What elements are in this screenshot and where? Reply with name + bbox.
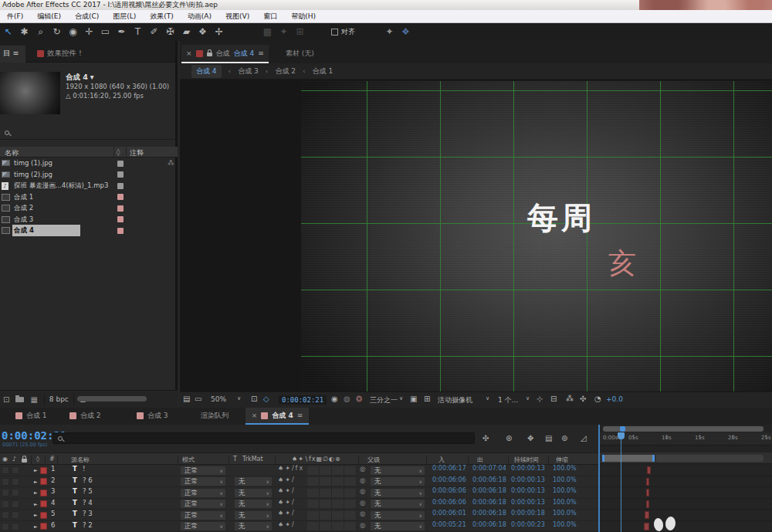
menu-effect[interactable]: 效果(T) bbox=[143, 10, 181, 23]
layer-label-swatch[interactable] bbox=[40, 523, 47, 530]
blend-mode-select[interactable]: 正常∨ bbox=[181, 511, 225, 520]
exposure-icon[interactable]: ◔ bbox=[594, 395, 601, 403]
region-of-interest-icon[interactable]: ⊡ bbox=[251, 395, 257, 403]
layer-row[interactable]: ► 4 T ? 4 正常∨ 无∨ ♠✦/ ◎ 无∨ 0:00:06:06 0:0… bbox=[0, 499, 598, 510]
new-composition-icon[interactable]: ▦ bbox=[30, 395, 37, 404]
out-value[interactable]: 0:00:07:04 bbox=[472, 465, 506, 472]
pan-behind-tool-icon[interactable]: ✛ bbox=[81, 23, 97, 41]
pickwhip-icon[interactable]: ◎ bbox=[360, 476, 365, 484]
audio-toggle[interactable] bbox=[12, 511, 19, 519]
blend-mode-select[interactable]: 正常∨ bbox=[181, 522, 225, 530]
shape-tool-icon[interactable]: ▭ bbox=[97, 23, 113, 41]
menu-edit[interactable]: 编辑(E) bbox=[30, 10, 68, 23]
stretch-column[interactable]: 伸缩 bbox=[556, 456, 568, 464]
sync-settings-icon[interactable]: ❖ bbox=[398, 23, 414, 41]
layer-name[interactable]: ? 5 bbox=[83, 487, 93, 495]
pickwhip-icon[interactable]: ◎ bbox=[360, 465, 365, 473]
zoom-level[interactable]: 50% bbox=[211, 395, 226, 403]
eraser-tool-icon[interactable]: ▰ bbox=[178, 23, 195, 41]
in-value[interactable]: 0:00:05:21 bbox=[432, 521, 466, 528]
close-icon[interactable]: × bbox=[186, 49, 192, 57]
panel-menu-icon[interactable]: ≡ bbox=[297, 412, 303, 419]
layer-name[interactable]: ! bbox=[83, 465, 85, 473]
graph-editor-icon[interactable]: ◿ bbox=[581, 434, 587, 442]
menu-file[interactable]: 件(F) bbox=[0, 10, 30, 23]
tab-footage[interactable]: 素材 (无) bbox=[286, 49, 314, 59]
project-bit-depth[interactable]: 8 bpc bbox=[44, 394, 74, 405]
out-column[interactable]: 出 bbox=[477, 456, 483, 464]
project-row[interactable]: 合成 2 bbox=[0, 202, 178, 214]
timeline-tab-comp1[interactable]: 合成 1 bbox=[15, 411, 47, 421]
timeline-tab-render-queue[interactable]: 渲染队列 bbox=[201, 411, 229, 421]
project-row[interactable]: 合成 3 bbox=[0, 214, 178, 225]
eye-icon[interactable]: ◉ bbox=[2, 456, 8, 463]
menu-composition[interactable]: 合成(C) bbox=[68, 10, 106, 23]
out-value[interactable]: 0:00:06:18 bbox=[472, 499, 506, 506]
layer-name[interactable]: ? 2 bbox=[83, 521, 93, 529]
layer-duration-bar[interactable] bbox=[646, 478, 649, 486]
brush-tool-icon[interactable]: ✐ bbox=[146, 23, 162, 41]
menu-window[interactable]: 窗口 bbox=[256, 10, 284, 23]
current-time-indicator[interactable] bbox=[618, 432, 625, 439]
monitor-icon[interactable]: ▭ bbox=[195, 395, 201, 403]
pickwhip-icon[interactable]: ◎ bbox=[360, 510, 365, 517]
composition-canvas[interactable]: 每周 亥 bbox=[180, 80, 772, 391]
layer-duration-bar[interactable] bbox=[647, 466, 651, 474]
track-row[interactable] bbox=[600, 487, 772, 499]
composite-preview-icon[interactable]: ▤ bbox=[183, 395, 190, 403]
duration-value[interactable]: 0:00:00:18 bbox=[511, 510, 545, 517]
target-region-icon[interactable]: ▣ bbox=[410, 395, 417, 403]
pixel-aspect-icon[interactable]: ⊟ bbox=[550, 395, 557, 403]
time-ruler[interactable]: 0:00s 05s 10s 15s 20s 25s bbox=[600, 432, 772, 446]
audio-toggle[interactable] bbox=[12, 478, 19, 486]
parent-select[interactable]: 无∨ bbox=[371, 500, 425, 508]
pickwhip-icon[interactable]: ◎ bbox=[360, 499, 365, 507]
pickwhip-icon[interactable]: ◎ bbox=[360, 487, 365, 495]
exposure-value[interactable]: +0.0 bbox=[606, 395, 623, 403]
expand-arrow-icon[interactable]: ► bbox=[34, 510, 38, 520]
interpret-footage-icon[interactable]: ⊡ bbox=[3, 395, 9, 404]
stretch-value[interactable]: 100.0% bbox=[553, 510, 577, 517]
menu-view[interactable]: 视图(V) bbox=[218, 10, 256, 23]
blend-mode-select[interactable]: 正常∨ bbox=[181, 500, 225, 508]
layer-switches[interactable]: ♠✦/ bbox=[278, 510, 296, 517]
layer-switches[interactable]: ♠✦/fx bbox=[278, 465, 304, 472]
rotation-tool-icon[interactable]: ↻ bbox=[49, 23, 65, 41]
layer-label-swatch[interactable] bbox=[40, 500, 47, 507]
switches-column-icons[interactable]: ♠✦∖fx▦∅◐⊕ bbox=[292, 456, 341, 463]
layer-row[interactable]: ► 1 T ! 正常∨ ♠✦/fx ◎ 无∨ 0:00:06:17 0:00:0… bbox=[0, 465, 598, 476]
trkmat-select[interactable]: 无∨ bbox=[235, 489, 272, 497]
pen-tool-icon[interactable]: ✒ bbox=[113, 23, 130, 41]
expand-icon[interactable]: ⊹ bbox=[537, 395, 543, 403]
project-row[interactable]: ♪ 探班 暴走漫画...4(标清)_1.mp3 bbox=[0, 180, 178, 191]
breadcrumb-item[interactable]: 合成 3 bbox=[238, 66, 259, 76]
stretch-value[interactable]: 100.0% bbox=[553, 465, 577, 472]
puppet-pin-tool-icon[interactable]: ✢ bbox=[211, 23, 227, 41]
snap-checkbox[interactable] bbox=[331, 29, 338, 36]
stretch-value[interactable]: 100.0% bbox=[553, 521, 577, 528]
dropdown-arrow-icon[interactable]: ▾ bbox=[90, 73, 94, 81]
layer-label-swatch[interactable] bbox=[40, 490, 47, 496]
close-icon[interactable]: × bbox=[252, 412, 258, 419]
snapshot-icon[interactable]: ◉ bbox=[331, 395, 338, 403]
layer-switches[interactable]: ♠✦/ bbox=[278, 476, 296, 483]
selection-tool-icon[interactable]: ↖ bbox=[0, 23, 16, 41]
menu-animation[interactable]: 动画(A) bbox=[181, 10, 218, 23]
duration-value[interactable]: 0:00:00:13 bbox=[511, 465, 545, 472]
layer-row[interactable]: ► 5 T ? 3 正常∨ 无∨ ♠✦/ ◎ 无∨ 0:00:06:01 0:0… bbox=[0, 510, 598, 521]
label-swatch[interactable] bbox=[117, 183, 124, 189]
timeline-graph-icon[interactable]: ⁂ bbox=[566, 395, 574, 403]
parent-select[interactable]: 无∨ bbox=[371, 477, 425, 486]
blend-mode-select[interactable]: 正常∨ bbox=[181, 489, 225, 497]
timeline-tab-comp4-active[interactable]: × 合成 4 ≡ bbox=[245, 408, 309, 425]
out-value[interactable]: 0:00:06:18 bbox=[472, 487, 506, 494]
mini-flowchart-icon[interactable]: ✣ bbox=[482, 434, 489, 442]
video-toggle[interactable] bbox=[2, 489, 9, 496]
expand-arrow-icon[interactable]: ► bbox=[34, 499, 38, 510]
blend-mode-select[interactable]: 正常∨ bbox=[181, 477, 225, 486]
expand-arrow-icon[interactable]: ► bbox=[34, 465, 38, 476]
parent-select[interactable]: 无∨ bbox=[371, 511, 425, 520]
duration-value[interactable]: 0:00:00:23 bbox=[511, 521, 545, 528]
t-column[interactable]: T bbox=[233, 456, 237, 463]
horizontal-scrollbar[interactable] bbox=[77, 396, 147, 402]
